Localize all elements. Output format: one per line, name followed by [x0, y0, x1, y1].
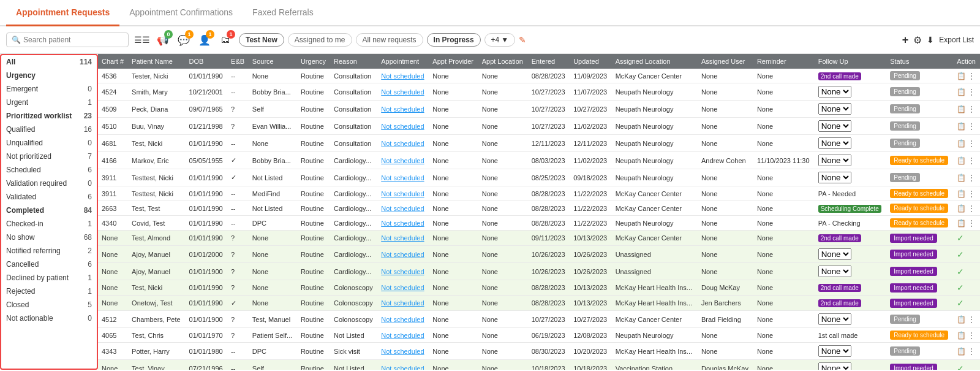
follow-up-value[interactable]: PA - Checking — [818, 220, 861, 227]
follow-up-select[interactable]: None — [818, 248, 851, 260]
copy-action-icon[interactable]: 📋 — [957, 219, 966, 228]
appt-link[interactable]: Not scheduled — [381, 332, 424, 339]
follow-up-select[interactable]: None — [818, 362, 851, 370]
sidebar-item-emergent[interactable]: Emergent0 — [1, 82, 97, 96]
appt-link[interactable]: Not scheduled — [381, 205, 424, 212]
menu-action-icon[interactable]: ⋮ — [968, 219, 975, 228]
menu-action-icon[interactable]: ⋮ — [968, 88, 975, 96]
sidebar-item-prioritized-worklist[interactable]: Prioritized worklist23 — [1, 109, 97, 123]
sidebar-item-not-prioritized[interactable]: Not prioritized7 — [1, 150, 97, 163]
tab-appointment-requests[interactable]: Appointment Requests — [6, 0, 119, 26]
sidebar-item-scheduled[interactable]: Scheduled6 — [1, 163, 97, 177]
menu-action-icon[interactable]: ⋮ — [968, 204, 975, 213]
check-action-icon[interactable]: ✓ — [957, 364, 964, 370]
menu-action-icon[interactable]: ⋮ — [968, 72, 975, 80]
copy-action-icon[interactable]: 📋 — [957, 189, 966, 198]
appt-link[interactable]: Not scheduled — [381, 284, 424, 291]
check-action-icon[interactable]: ✓ — [957, 283, 964, 293]
search-box[interactable]: 🔍 — [6, 33, 129, 47]
appt-link[interactable]: Not scheduled — [381, 105, 424, 113]
bell-icon-btn[interactable]: 📢 0 — [154, 31, 172, 48]
appt-link[interactable]: Not scheduled — [381, 234, 424, 242]
copy-action-icon[interactable]: 📋 — [957, 139, 966, 148]
copy-action-icon[interactable]: 📋 — [957, 105, 966, 113]
follow-up-value[interactable]: PA - Needed — [818, 190, 856, 197]
sidebar-item-validated[interactable]: Validated6 — [1, 190, 97, 204]
tab-appointment-confirmations[interactable]: Appointment Confirmations — [119, 0, 243, 26]
follow-up-select[interactable]: None — [818, 86, 851, 98]
sidebar-item-all[interactable]: All114 — [1, 55, 97, 69]
filter-icon-btn[interactable]: ☰☰ — [134, 31, 151, 48]
user-icon-btn[interactable]: 👤 1 — [196, 31, 213, 48]
menu-action-icon[interactable]: ⋮ — [968, 122, 975, 131]
copy-action-icon[interactable]: 📋 — [957, 204, 966, 213]
follow-up-value[interactable]: 1st call made — [818, 332, 858, 339]
menu-action-icon[interactable]: ⋮ — [968, 315, 975, 324]
tab-faxed-referrals[interactable]: Faxed Referrals — [243, 0, 323, 26]
menu-action-icon[interactable]: ⋮ — [968, 331, 975, 340]
copy-action-icon[interactable]: 📋 — [957, 331, 966, 340]
sidebar-item-qualified[interactable]: Qualified16 — [1, 123, 97, 136]
sidebar-item-urgent[interactable]: Urgent1 — [1, 96, 97, 109]
appt-link[interactable]: Not scheduled — [381, 123, 424, 130]
check-action-icon[interactable]: ✓ — [957, 250, 964, 259]
appt-link[interactable]: Not scheduled — [381, 190, 424, 197]
appt-link[interactable]: Not scheduled — [381, 140, 424, 147]
sidebar-item-unqualified[interactable]: Unqualified0 — [1, 136, 97, 150]
copy-action-icon[interactable]: 📋 — [957, 72, 966, 80]
follow-up-select[interactable]: None — [818, 172, 851, 183]
sidebar-item-completed[interactable]: Completed84 — [1, 204, 97, 217]
follow-up-select[interactable]: None — [818, 103, 851, 115]
sidebar-item-closed[interactable]: Closed5 — [1, 298, 97, 312]
search-input[interactable] — [23, 36, 121, 44]
follow-up-select[interactable]: None — [818, 313, 851, 325]
sidebar-item-rejected[interactable]: Rejected1 — [1, 285, 97, 298]
filter-tag-test-new[interactable]: Test New — [239, 33, 284, 47]
appt-link[interactable]: Not scheduled — [381, 174, 424, 182]
sidebar-item-checked-in[interactable]: Checked-in1 — [1, 217, 97, 231]
follow-up-value[interactable]: 2nd call made — [818, 234, 861, 242]
appt-link[interactable]: Not scheduled — [381, 348, 424, 355]
filter-tag-all-new[interactable]: All new requests — [356, 33, 423, 47]
sidebar-item-no-show[interactable]: No show68 — [1, 231, 97, 244]
appt-link[interactable]: Not scheduled — [381, 365, 424, 370]
add-btn[interactable]: + — [902, 34, 909, 47]
settings-icon[interactable]: ⚙ — [913, 34, 922, 46]
follow-up-select[interactable]: None — [818, 155, 851, 166]
inbox-icon-btn[interactable]: 🗂 1 — [217, 31, 234, 48]
download-icon[interactable]: ⬇ — [927, 35, 934, 45]
follow-up-value[interactable]: Scheduling Complete — [818, 205, 881, 213]
chat-icon-btn[interactable]: 💬 1 — [175, 31, 192, 48]
follow-up-select[interactable]: None — [818, 266, 851, 277]
sidebar-item-notified-referring[interactable]: Notified referring2 — [1, 244, 97, 258]
follow-up-select[interactable]: None — [818, 137, 851, 149]
appt-link[interactable]: Not scheduled — [381, 157, 424, 164]
follow-up-value[interactable]: 2nd call made — [818, 72, 861, 80]
check-action-icon[interactable]: ✓ — [957, 298, 964, 308]
sidebar-item-validation-required[interactable]: Validation required0 — [1, 177, 97, 190]
check-action-icon[interactable]: ✓ — [957, 233, 964, 243]
copy-action-icon[interactable]: 📋 — [957, 347, 966, 356]
sidebar-item-not-actionable[interactable]: Not actionable0 — [1, 312, 97, 325]
appt-link[interactable]: Not scheduled — [381, 268, 424, 275]
follow-up-select[interactable]: None — [818, 120, 851, 132]
sidebar-item-cancelled[interactable]: Cancelled6 — [1, 258, 97, 271]
filter-tag-assigned[interactable]: Assigned to me — [288, 33, 352, 47]
more-filters-btn[interactable]: +4 ▼ — [484, 33, 516, 47]
follow-up-value[interactable]: 2nd call made — [818, 299, 861, 307]
menu-action-icon[interactable]: ⋮ — [968, 347, 975, 356]
follow-up-value[interactable]: 2nd call made — [818, 284, 861, 292]
appt-link[interactable]: Not scheduled — [381, 72, 424, 80]
copy-action-icon[interactable]: 📋 — [957, 122, 966, 131]
follow-up-select[interactable]: None — [818, 345, 851, 357]
appt-link[interactable]: Not scheduled — [381, 251, 424, 258]
copy-action-icon[interactable]: 📋 — [957, 88, 966, 96]
menu-action-icon[interactable]: ⋮ — [968, 189, 975, 198]
appt-link[interactable]: Not scheduled — [381, 220, 424, 227]
menu-action-icon[interactable]: ⋮ — [968, 139, 975, 148]
sidebar-item-declined-by-patient[interactable]: Declined by patient1 — [1, 271, 97, 285]
appt-link[interactable]: Not scheduled — [381, 88, 424, 96]
menu-action-icon[interactable]: ⋮ — [968, 174, 975, 182]
menu-action-icon[interactable]: ⋮ — [968, 156, 975, 165]
check-action-icon[interactable]: ✓ — [957, 267, 964, 277]
